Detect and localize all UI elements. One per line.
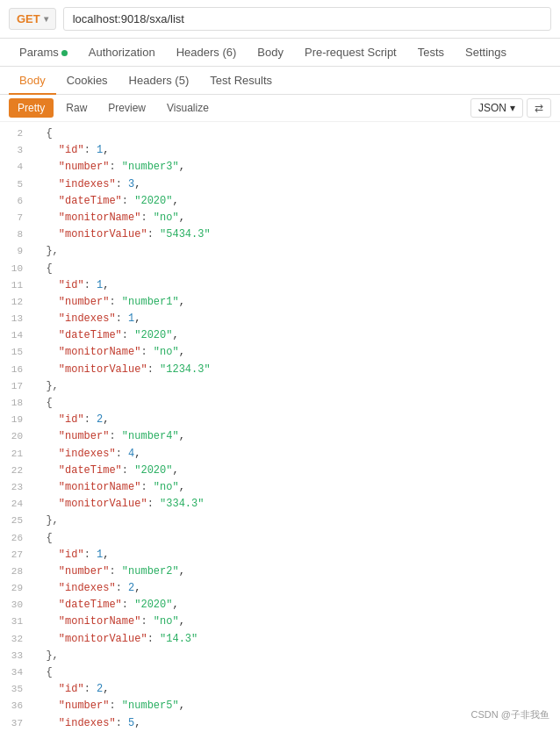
json-line: 28 "number": "number2", xyxy=(0,563,560,580)
line-number: 16 xyxy=(7,362,33,378)
tab-cookies[interactable]: Cookies xyxy=(56,67,118,94)
json-line: 3 "id": 1, xyxy=(0,142,560,159)
json-line: 32 "monitorValue": "14.3" xyxy=(0,631,560,648)
primary-tab-bar: Params Authorization Headers (6) Body Pr… xyxy=(0,39,560,67)
response-toolbar: Pretty Raw Preview Visualize JSON ▾ ⇄ xyxy=(0,95,560,122)
line-number: 8 xyxy=(7,226,33,243)
line-number: 24 xyxy=(7,496,33,513)
line-content: "id": 2, xyxy=(33,412,553,428)
line-number: 31 xyxy=(7,614,33,630)
url-input[interactable] xyxy=(63,7,551,31)
tab-authorization[interactable]: Authorization xyxy=(78,39,166,66)
line-content: "dateTime": "2020", xyxy=(33,463,553,479)
line-number: 29 xyxy=(7,580,33,597)
json-line: 25 }, xyxy=(0,513,560,529)
line-number: 12 xyxy=(7,294,33,311)
json-line: 7 "monitorName": "no", xyxy=(0,210,560,226)
tab-body[interactable]: Body xyxy=(247,39,294,66)
line-content: "monitorValue": "334.3" xyxy=(33,496,553,513)
line-number: 21 xyxy=(7,446,33,463)
json-line: 15 "monitorName": "no", xyxy=(0,344,560,361)
visualize-tab[interactable]: Visualize xyxy=(158,98,218,118)
tab-response-headers[interactable]: Headers (5) xyxy=(118,67,200,94)
pretty-tab[interactable]: Pretty xyxy=(9,98,54,118)
chevron-down-icon: ▾ xyxy=(510,102,515,114)
line-number: 18 xyxy=(7,395,33,412)
line-content: "monitorValue": "5434.3" xyxy=(33,226,553,243)
line-content: "indexes": 4, xyxy=(33,446,553,463)
line-number: 26 xyxy=(7,530,33,547)
line-content: "indexes": 2, xyxy=(33,580,553,597)
json-line: 30 "dateTime": "2020", xyxy=(0,597,560,614)
line-number: 5 xyxy=(7,176,33,193)
raw-tab[interactable]: Raw xyxy=(57,98,96,118)
json-line: 9 }, xyxy=(0,243,560,260)
wrap-icon: ⇄ xyxy=(535,102,543,114)
tab-response-body[interactable]: Body xyxy=(9,67,56,94)
line-number: 14 xyxy=(7,327,33,344)
line-content: "id": 1, xyxy=(33,547,553,563)
secondary-tab-bar: Body Cookies Headers (5) Test Results xyxy=(0,67,560,95)
tab-test-results[interactable]: Test Results xyxy=(199,67,283,94)
json-line: 8 "monitorValue": "5434.3" xyxy=(0,226,560,243)
json-line: 24 "monitorValue": "334.3" xyxy=(0,496,560,513)
line-number: 35 xyxy=(7,681,33,698)
line-number: 23 xyxy=(7,479,33,496)
line-content: "monitorName": "no", xyxy=(33,210,553,226)
line-number: 25 xyxy=(7,513,33,529)
line-number: 19 xyxy=(7,412,33,428)
json-line: 21 "indexes": 4, xyxy=(0,446,560,463)
line-content: { xyxy=(33,126,553,142)
line-number: 3 xyxy=(7,142,33,159)
json-line: 10 { xyxy=(0,261,560,277)
json-line: 26 { xyxy=(0,530,560,547)
line-number: 4 xyxy=(7,159,33,176)
line-number: 28 xyxy=(7,563,33,580)
json-line: 19 "id": 2, xyxy=(0,412,560,428)
json-line: 35 "id": 2, xyxy=(0,681,560,698)
wrap-button[interactable]: ⇄ xyxy=(527,98,551,118)
json-line: 6 "dateTime": "2020", xyxy=(0,193,560,210)
json-line: 34 { xyxy=(0,664,560,681)
line-number: 17 xyxy=(7,378,33,395)
line-content: "monitorName": "no", xyxy=(33,479,553,496)
line-content: "monitorValue": "1234.3" xyxy=(33,362,553,378)
tab-params[interactable]: Params xyxy=(9,39,78,66)
line-content: "monitorValue": "14.3" xyxy=(33,631,553,648)
line-number: 15 xyxy=(7,344,33,361)
line-content: "number": "number2", xyxy=(33,563,553,580)
format-select[interactable]: JSON ▾ xyxy=(470,98,523,118)
chevron-down-icon: ▾ xyxy=(44,14,48,24)
json-line: 2 { xyxy=(0,126,560,142)
line-content: { xyxy=(33,530,553,547)
line-content: { xyxy=(33,261,553,277)
json-line: 4 "number": "number3", xyxy=(0,159,560,176)
line-number: 20 xyxy=(7,428,33,445)
json-line: 22 "dateTime": "2020", xyxy=(0,463,560,479)
json-line: 11 "id": 1, xyxy=(0,277,560,294)
json-line: 12 "number": "number1", xyxy=(0,294,560,311)
line-number: 36 xyxy=(7,698,33,714)
watermark: CSDN @子非我鱼 xyxy=(471,708,549,721)
method-select[interactable]: GET ▾ xyxy=(9,8,56,30)
line-content: "dateTime": "2020", xyxy=(33,193,553,210)
line-content: "number": "number4", xyxy=(33,428,553,445)
line-number: 34 xyxy=(7,664,33,681)
line-content: }, xyxy=(33,378,553,395)
line-number: 22 xyxy=(7,463,33,479)
tab-headers[interactable]: Headers (6) xyxy=(166,39,248,66)
line-content: { xyxy=(33,395,553,412)
tab-prerequest[interactable]: Pre-request Script xyxy=(294,39,407,66)
line-content: }, xyxy=(33,648,553,664)
line-content: "number": "number3", xyxy=(33,159,553,176)
tab-tests[interactable]: Tests xyxy=(407,39,455,66)
json-line: 14 "dateTime": "2020", xyxy=(0,327,560,344)
line-number: 32 xyxy=(7,631,33,648)
preview-tab[interactable]: Preview xyxy=(99,98,154,118)
json-line: 29 "indexes": 2, xyxy=(0,580,560,597)
line-number: 11 xyxy=(7,277,33,294)
line-number: 7 xyxy=(7,210,33,226)
tab-settings[interactable]: Settings xyxy=(455,39,517,66)
line-number: 37 xyxy=(7,715,33,732)
json-line: 23 "monitorName": "no", xyxy=(0,479,560,496)
